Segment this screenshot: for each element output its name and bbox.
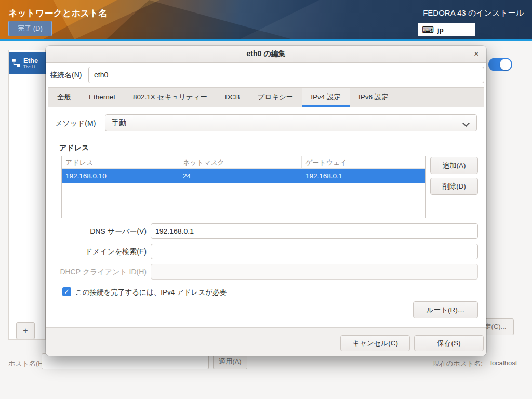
dhcp-client-id-label: DHCP クライアント ID(H) [46,268,147,277]
device-list-item-ethernet[interactable]: Ethe The Li [9,52,46,74]
tab-general[interactable]: 全般 [48,88,80,107]
device-list-panel [8,50,46,340]
column-header-gateway: ゲートウェイ [302,156,425,168]
add-device-button[interactable]: + [16,322,35,339]
current-hostname-value: localhost [490,359,517,367]
search-domains-label: ドメインを検索(E) [46,247,147,257]
tab-8021x-security[interactable]: 802.1X セキュリティー [124,88,216,107]
keyboard-icon: ⌨ [422,25,434,35]
header-accent-line [0,39,532,41]
done-button[interactable]: 完了 (D) [8,21,52,36]
cell-address: 192.168.0.10 [62,169,179,183]
dns-servers-label: DNS サーバー(V) [46,227,147,236]
device-name: Ethe [23,57,38,64]
page-title: ネットワークとホスト名 [8,7,108,19]
method-selected-value: 手動 [112,118,126,127]
tab-ipv6-settings[interactable]: IPv6 設定 [350,88,397,107]
column-header-address: アドレス [62,156,179,168]
chevron-down-icon [462,119,470,127]
keyboard-layout-indicator[interactable]: ⌨ jp [418,23,475,36]
header-bar: ネットワークとホスト名 完了 (D) FEDORA 43 のインストール ⌨ j… [0,0,532,39]
cancel-button[interactable]: キャンセル(C) [340,335,410,351]
current-hostname-label: 現在のホスト名: [433,359,483,368]
tab-ethernet[interactable]: Ethernet [80,88,124,107]
network-icon [11,58,21,68]
tab-dcb[interactable]: DCB [216,88,249,107]
connection-name-label: 接続名(N) [50,71,82,80]
connection-name-input[interactable] [88,66,484,83]
routes-button[interactable]: ルート(R)… [413,301,478,318]
keyboard-layout-label: jp [437,26,444,34]
device-description: The Li [23,64,38,69]
add-address-button[interactable]: 追加(A) [430,157,478,174]
dialog-title: eth0 の編集 [246,49,285,59]
toggle-knob [500,59,511,70]
tab-bar: 全般 Ethernet 802.1X セキュリティー DCB プロキシー IPv… [48,87,484,107]
address-table[interactable]: アドレス ネットマスク ゲートウェイ 192.168.0.10 24 192.1… [61,156,426,218]
search-domains-input[interactable] [151,244,478,259]
tab-ipv4-settings[interactable]: IPv4 設定 [302,88,350,107]
tab-proxy[interactable]: プロキシー [249,88,302,107]
delete-address-button[interactable]: 削除(D) [430,178,478,195]
method-dropdown[interactable]: 手動 [105,114,477,131]
dialog-titlebar[interactable]: eth0 の編集 × [46,46,486,63]
cell-netmask: 24 [179,169,302,183]
require-ipv4-label: この接続を完了するには、IPv4 アドレスが必要 [75,288,227,297]
dns-servers-input[interactable] [151,223,478,239]
dhcp-client-id-input [151,264,478,280]
save-button[interactable]: 保存(S) [414,335,484,351]
cell-gateway: 192.168.0.1 [302,169,425,183]
product-title: FEDORA 43 のインストール [423,8,524,18]
device-enabled-toggle[interactable] [488,58,512,71]
require-ipv4-checkbox[interactable]: ✓ [62,287,71,296]
addresses-section-label: アドレス [59,143,89,153]
edit-connection-dialog: eth0 の編集 × 接続名(N) 全般 Ethernet 802.1X セキュ… [46,46,486,356]
close-icon[interactable]: × [474,49,479,59]
address-table-header: アドレス ネットマスク ゲートウェイ [62,156,425,169]
address-table-row-selected[interactable]: 192.168.0.10 24 192.168.0.1 [62,169,425,183]
method-label: メソッド(M) [55,119,96,128]
column-header-netmask: ネットマスク [179,156,302,168]
